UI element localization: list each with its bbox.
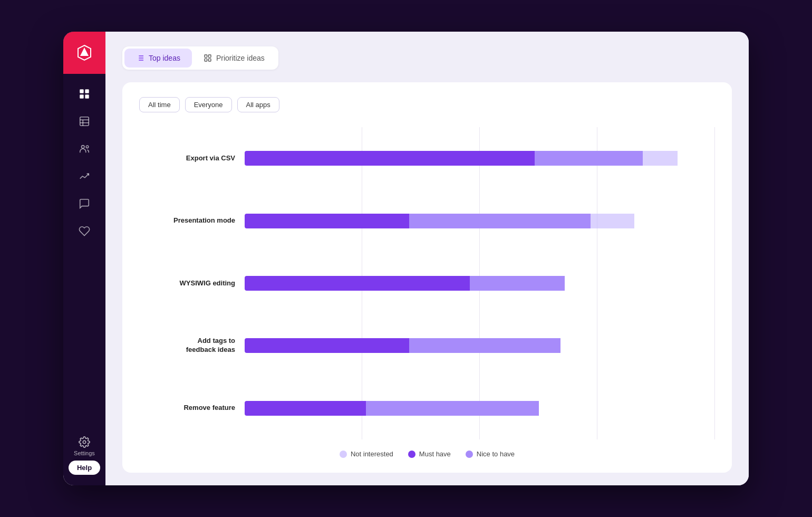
grid2-icon (204, 54, 212, 62)
svg-point-12 (83, 441, 86, 444)
chart-rows: Export via CSVPresentation modeWYSIWIG e… (139, 127, 715, 439)
bar-nice (409, 214, 591, 228)
logo[interactable] (63, 32, 105, 74)
settings-nav-item[interactable]: Settings (74, 436, 95, 456)
content-card: All time Everyone All apps Export via CS… (122, 82, 732, 473)
legend-dot-nice (466, 451, 473, 458)
filter-allapps[interactable]: All apps (237, 97, 279, 112)
legend-dot-not (340, 451, 347, 458)
sidebar-item-grid[interactable] (73, 82, 96, 106)
svg-rect-21 (205, 59, 207, 61)
bar-not (591, 214, 634, 228)
bar-not (643, 151, 678, 166)
tab-top-ideas[interactable]: Top ideas (124, 49, 192, 68)
row-label: WYSIWIG editing (139, 279, 245, 288)
row-label: Remove feature (139, 404, 245, 413)
legend-not-label: Not interested (351, 450, 393, 458)
bar-nice (366, 401, 539, 416)
sidebar-item-table[interactable] (73, 110, 96, 133)
bar-nice (535, 151, 643, 166)
bar-nice (409, 338, 560, 353)
app-frame: Settings Help Top ideas (63, 32, 749, 485)
legend-nice-to-have: Nice to have (466, 450, 515, 458)
filter-alltime[interactable]: All time (139, 97, 180, 112)
legend-nice-label: Nice to have (477, 450, 515, 458)
heart-icon (79, 225, 90, 237)
tab-prioritize[interactable]: Prioritize ideas (192, 49, 276, 68)
filter-everyone[interactable]: Everyone (185, 97, 232, 112)
chart-row: WYSIWIG editing (139, 270, 715, 297)
svg-point-10 (82, 146, 85, 149)
tab-top-ideas-label: Top ideas (149, 54, 180, 62)
settings-label: Settings (74, 450, 95, 456)
users-icon (79, 143, 90, 155)
svg-rect-20 (208, 55, 211, 58)
gear-icon (79, 436, 90, 448)
row-label: Presentation mode (139, 216, 245, 225)
svg-rect-3 (85, 90, 89, 93)
bar-track (245, 214, 715, 228)
legend-dot-must (408, 451, 415, 458)
tab-prioritize-label: Prioritize ideas (216, 54, 265, 62)
tabs-bar: Top ideas Prioritize ideas (122, 46, 278, 70)
svg-rect-2 (80, 90, 83, 93)
sidebar-item-comment[interactable] (73, 192, 96, 215)
comment-icon (79, 198, 90, 209)
svg-rect-19 (205, 55, 207, 58)
sidebar-item-users[interactable] (73, 137, 96, 160)
chart-icon (79, 170, 90, 182)
chart-container: Export via CSVPresentation modeWYSIWIG e… (139, 127, 715, 458)
svg-rect-22 (208, 59, 211, 61)
bar-must (245, 338, 409, 353)
table-icon (79, 116, 90, 127)
bar-track (245, 338, 715, 353)
chart-legend: Not interested Must have Nice to have (139, 439, 715, 458)
chart-row: Presentation mode (139, 207, 715, 235)
filter-row: All time Everyone All apps (139, 97, 715, 112)
bar-track (245, 401, 715, 416)
sidebar-item-heart[interactable] (73, 219, 96, 243)
bar-track (245, 151, 715, 166)
bar-must (245, 276, 470, 291)
grid-icon (79, 88, 90, 100)
bar-nice (470, 276, 565, 291)
bar-must (245, 151, 535, 166)
row-label: Add tags tofeedback ideas (139, 337, 245, 355)
legend-not-interested: Not interested (340, 450, 393, 458)
bar-track (245, 276, 715, 291)
list-icon (136, 54, 144, 62)
help-button[interactable]: Help (69, 461, 100, 475)
main-content: Top ideas Prioritize ideas All time Ever… (105, 32, 749, 485)
svg-marker-1 (80, 47, 89, 56)
chart-row: Add tags tofeedback ideas (139, 332, 715, 359)
svg-rect-4 (80, 95, 83, 98)
bar-must (245, 401, 366, 416)
svg-point-11 (86, 146, 89, 148)
logo-icon (75, 43, 94, 62)
chart-row: Remove feature (139, 395, 715, 422)
svg-rect-5 (85, 95, 89, 98)
sidebar: Settings Help (63, 32, 105, 485)
sidebar-bottom: Settings Help (69, 436, 100, 485)
svg-rect-6 (80, 117, 89, 126)
chart-row: Export via CSV (139, 145, 715, 172)
bar-must (245, 214, 409, 228)
sidebar-item-chart[interactable] (73, 165, 96, 188)
legend-must-label: Must have (419, 450, 451, 458)
legend-must-have: Must have (408, 450, 451, 458)
row-label: Export via CSV (139, 154, 245, 163)
sidebar-nav (73, 74, 96, 436)
